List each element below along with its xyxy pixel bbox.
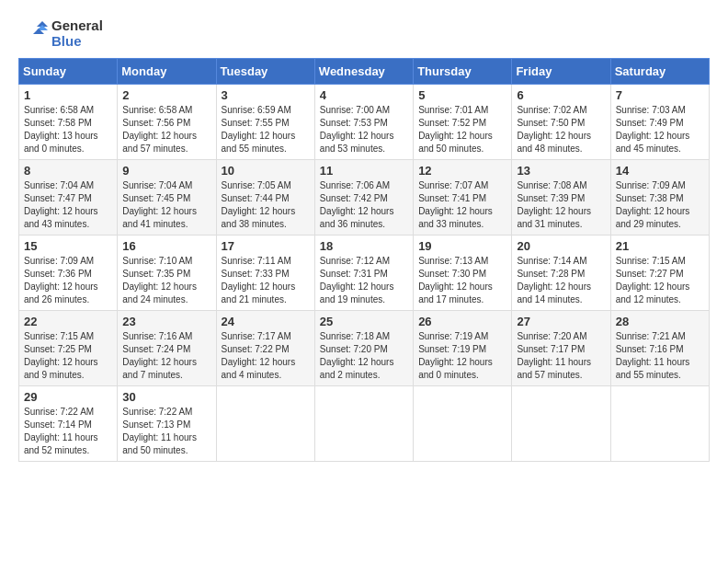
cell-content: Sunrise: 7:14 AMSunset: 7:28 PMDaylight:… <box>517 255 605 306</box>
day-number: 21 <box>616 239 704 253</box>
header-thursday: Thursday <box>414 59 512 85</box>
calendar-cell: 2Sunrise: 6:58 AMSunset: 7:56 PMDaylight… <box>118 85 216 160</box>
cell-content: Sunrise: 6:58 AMSunset: 7:56 PMDaylight:… <box>122 104 210 155</box>
calendar-cell: 3Sunrise: 6:59 AMSunset: 7:55 PMDaylight… <box>216 85 314 160</box>
day-number: 26 <box>418 315 506 328</box>
calendar-cell: 7Sunrise: 7:03 AMSunset: 7:49 PMDaylight… <box>610 85 709 160</box>
calendar-week-row: 15Sunrise: 7:09 AMSunset: 7:36 PMDayligh… <box>19 236 710 311</box>
calendar-week-row: 1Sunrise: 6:58 AMSunset: 7:58 PMDaylight… <box>19 85 710 160</box>
cell-content: Sunrise: 7:21 AMSunset: 7:16 PMDaylight:… <box>616 330 704 382</box>
cell-content: Sunrise: 7:17 AMSunset: 7:22 PMDaylight:… <box>222 330 310 382</box>
calendar-week-row: 29Sunrise: 7:22 AMSunset: 7:14 PMDayligh… <box>19 386 710 462</box>
cell-content: Sunrise: 7:04 AMSunset: 7:45 PMDaylight:… <box>122 179 210 231</box>
calendar-cell <box>512 386 610 462</box>
calendar-week-row: 22Sunrise: 7:15 AMSunset: 7:25 PMDayligh… <box>19 311 710 386</box>
calendar-cell: 28Sunrise: 7:21 AMSunset: 7:16 PMDayligh… <box>610 311 709 386</box>
calendar-cell: 19Sunrise: 7:13 AMSunset: 7:30 PMDayligh… <box>414 236 512 311</box>
calendar-cell: 18Sunrise: 7:12 AMSunset: 7:31 PMDayligh… <box>314 236 413 311</box>
calendar-cell: 25Sunrise: 7:18 AMSunset: 7:20 PMDayligh… <box>314 311 413 386</box>
day-number: 3 <box>222 88 310 102</box>
calendar-cell: 1Sunrise: 6:58 AMSunset: 7:58 PMDaylight… <box>19 85 118 160</box>
cell-content: Sunrise: 7:05 AMSunset: 7:44 PMDaylight:… <box>222 179 310 231</box>
cell-content: Sunrise: 7:19 AMSunset: 7:19 PMDaylight:… <box>418 330 506 382</box>
day-number: 28 <box>616 315 704 328</box>
calendar-cell: 22Sunrise: 7:15 AMSunset: 7:25 PMDayligh… <box>19 311 118 386</box>
calendar-cell <box>314 386 413 462</box>
calendar-cell: 13Sunrise: 7:08 AMSunset: 7:39 PMDayligh… <box>512 160 610 236</box>
day-number: 11 <box>320 164 408 178</box>
header-friday: Friday <box>512 59 610 85</box>
calendar-table: SundayMondayTuesdayWednesdayThursdayFrid… <box>18 58 710 462</box>
calendar-cell: 4Sunrise: 7:00 AMSunset: 7:53 PMDaylight… <box>314 85 413 160</box>
cell-content: Sunrise: 6:58 AMSunset: 7:58 PMDaylight:… <box>24 104 112 155</box>
logo-container: General Blue <box>18 18 103 49</box>
calendar-cell: 27Sunrise: 7:20 AMSunset: 7:17 PMDayligh… <box>512 311 610 386</box>
day-number: 9 <box>122 164 210 178</box>
cell-content: Sunrise: 7:04 AMSunset: 7:47 PMDaylight:… <box>24 179 112 231</box>
day-number: 17 <box>222 239 310 253</box>
day-number: 22 <box>24 315 112 328</box>
page-header: General Blue <box>18 18 710 49</box>
calendar-cell: 29Sunrise: 7:22 AMSunset: 7:14 PMDayligh… <box>19 386 118 462</box>
day-number: 2 <box>122 88 210 102</box>
day-number: 4 <box>320 88 408 102</box>
cell-content: Sunrise: 7:02 AMSunset: 7:50 PMDaylight:… <box>517 104 605 155</box>
day-number: 15 <box>24 239 112 253</box>
day-number: 20 <box>517 239 605 253</box>
cell-content: Sunrise: 7:15 AMSunset: 7:27 PMDaylight:… <box>616 255 704 306</box>
calendar-cell: 26Sunrise: 7:19 AMSunset: 7:19 PMDayligh… <box>414 311 512 386</box>
logo-blue: Blue <box>51 33 82 49</box>
calendar-cell: 11Sunrise: 7:06 AMSunset: 7:42 PMDayligh… <box>314 160 413 236</box>
logo: General Blue <box>18 18 103 49</box>
calendar-cell: 6Sunrise: 7:02 AMSunset: 7:50 PMDaylight… <box>512 85 610 160</box>
day-number: 25 <box>320 315 408 328</box>
cell-content: Sunrise: 7:15 AMSunset: 7:25 PMDaylight:… <box>24 330 112 382</box>
cell-content: Sunrise: 7:18 AMSunset: 7:20 PMDaylight:… <box>320 330 408 382</box>
header-wednesday: Wednesday <box>314 59 413 85</box>
header-monday: Monday <box>118 59 216 85</box>
calendar-cell: 30Sunrise: 7:22 AMSunset: 7:13 PMDayligh… <box>118 386 216 462</box>
calendar-cell: 17Sunrise: 7:11 AMSunset: 7:33 PMDayligh… <box>216 236 314 311</box>
calendar-cell: 23Sunrise: 7:16 AMSunset: 7:24 PMDayligh… <box>118 311 216 386</box>
cell-content: Sunrise: 7:16 AMSunset: 7:24 PMDaylight:… <box>122 330 210 382</box>
cell-content: Sunrise: 7:00 AMSunset: 7:53 PMDaylight:… <box>320 104 408 155</box>
calendar-cell: 5Sunrise: 7:01 AMSunset: 7:52 PMDaylight… <box>414 85 512 160</box>
calendar-cell <box>414 386 512 462</box>
day-number: 7 <box>616 88 704 102</box>
cell-content: Sunrise: 7:11 AMSunset: 7:33 PMDaylight:… <box>222 255 310 306</box>
calendar-cell: 12Sunrise: 7:07 AMSunset: 7:41 PMDayligh… <box>414 160 512 236</box>
cell-content: Sunrise: 7:12 AMSunset: 7:31 PMDaylight:… <box>320 255 408 306</box>
logo-text: General Blue <box>51 18 103 49</box>
day-number: 18 <box>320 239 408 253</box>
cell-content: Sunrise: 7:09 AMSunset: 7:38 PMDaylight:… <box>616 179 704 231</box>
cell-content: Sunrise: 7:20 AMSunset: 7:17 PMDaylight:… <box>517 330 605 382</box>
calendar-cell <box>610 386 709 462</box>
day-number: 12 <box>418 164 506 178</box>
calendar-cell: 10Sunrise: 7:05 AMSunset: 7:44 PMDayligh… <box>216 160 314 236</box>
calendar-cell: 24Sunrise: 7:17 AMSunset: 7:22 PMDayligh… <box>216 311 314 386</box>
cell-content: Sunrise: 7:13 AMSunset: 7:30 PMDaylight:… <box>418 255 506 306</box>
day-number: 16 <box>122 239 210 253</box>
cell-content: Sunrise: 7:06 AMSunset: 7:42 PMDaylight:… <box>320 179 408 231</box>
cell-content: Sunrise: 6:59 AMSunset: 7:55 PMDaylight:… <box>222 104 310 155</box>
cell-content: Sunrise: 7:07 AMSunset: 7:41 PMDaylight:… <box>418 179 506 231</box>
cell-content: Sunrise: 7:22 AMSunset: 7:14 PMDaylight:… <box>24 406 112 457</box>
calendar-cell: 16Sunrise: 7:10 AMSunset: 7:35 PMDayligh… <box>118 236 216 311</box>
day-number: 30 <box>122 390 210 404</box>
calendar-header-row: SundayMondayTuesdayWednesdayThursdayFrid… <box>19 59 710 85</box>
day-number: 27 <box>517 315 605 328</box>
calendar-cell: 9Sunrise: 7:04 AMSunset: 7:45 PMDaylight… <box>118 160 216 236</box>
day-number: 29 <box>24 390 112 404</box>
calendar-cell <box>216 386 314 462</box>
cell-content: Sunrise: 7:01 AMSunset: 7:52 PMDaylight:… <box>418 104 506 155</box>
day-number: 23 <box>122 315 210 328</box>
calendar-cell: 15Sunrise: 7:09 AMSunset: 7:36 PMDayligh… <box>19 236 118 311</box>
calendar-cell: 8Sunrise: 7:04 AMSunset: 7:47 PMDaylight… <box>19 160 118 236</box>
header-saturday: Saturday <box>610 59 709 85</box>
calendar-week-row: 8Sunrise: 7:04 AMSunset: 7:47 PMDaylight… <box>19 160 710 236</box>
day-number: 1 <box>24 88 112 102</box>
cell-content: Sunrise: 7:10 AMSunset: 7:35 PMDaylight:… <box>122 255 210 306</box>
calendar-cell: 14Sunrise: 7:09 AMSunset: 7:38 PMDayligh… <box>610 160 709 236</box>
calendar-cell: 21Sunrise: 7:15 AMSunset: 7:27 PMDayligh… <box>610 236 709 311</box>
cell-content: Sunrise: 7:08 AMSunset: 7:39 PMDaylight:… <box>517 179 605 231</box>
